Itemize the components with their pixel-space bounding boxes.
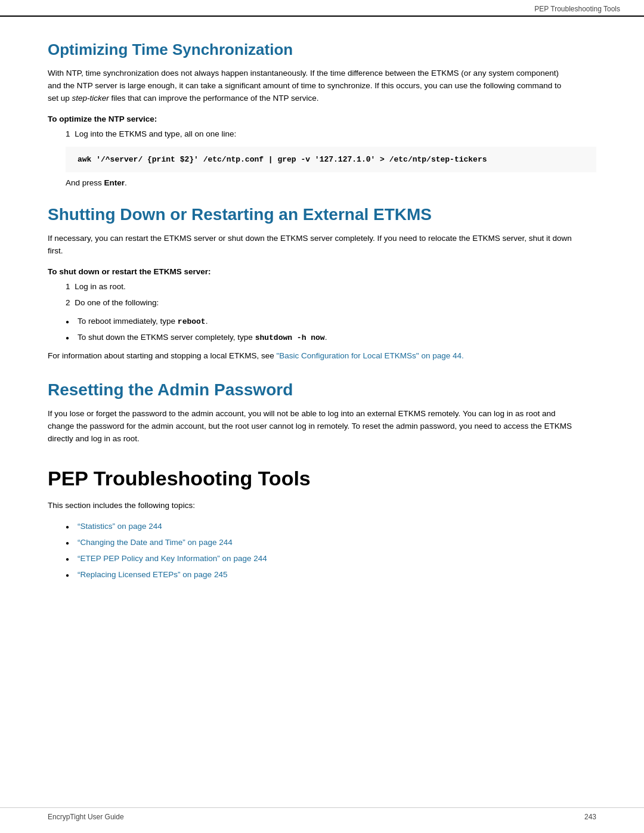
shutting-link-paragraph: For information about starting and stopp… <box>48 350 572 363</box>
optimizing-body: With NTP, time synchronization does not … <box>48 67 572 105</box>
section-title-optimizing: Optimizing Time Synchronization <box>48 41 596 59</box>
optimizing-steps: Log into the ETKMS and type, all on one … <box>66 128 596 141</box>
date-time-link[interactable]: “Changing the Date and Time” on page 244 <box>78 538 233 547</box>
replacing-link[interactable]: “Replacing Licensed ETEPs” on page 245 <box>78 570 227 579</box>
header-label: PEP Troubleshooting Tools <box>534 5 620 13</box>
step-item: Do one of the following: <box>66 297 596 309</box>
section-title-shutting: Shutting Down or Restarting an External … <box>48 205 596 224</box>
pep-link-item-replacing: “Replacing Licensed ETEPs” on page 245 <box>78 569 596 581</box>
footer-right: 243 <box>584 813 596 821</box>
basic-config-link[interactable]: "Basic Configuration for Local ETKMSs" o… <box>276 351 463 360</box>
shutdown-code: shutdown -h now <box>255 333 325 342</box>
page-content: Optimizing Time Synchronization With NTP… <box>0 17 644 623</box>
resetting-body: If you lose or forget the password to th… <box>48 408 572 445</box>
pep-intro: This section includes the following topi… <box>48 500 572 512</box>
page-header: PEP Troubleshooting Tools <box>0 0 644 17</box>
optimizing-procedure-heading: To optimize the NTP service: <box>48 114 596 123</box>
code-block-ntp: awk '/^server/ {print $2}' /etc/ntp.conf… <box>66 147 596 173</box>
italic-step-ticker: step-ticker <box>72 94 109 103</box>
pep-links-list: “Statistics” on page 244 “Changing the D… <box>78 521 596 581</box>
pep-link-item-statistics: “Statistics” on page 244 <box>78 521 596 533</box>
shutting-bullets: To reboot immediately, type reboot. To s… <box>78 315 596 344</box>
section-title-resetting: Resetting the Admin Password <box>48 380 596 400</box>
section-title-pep: PEP Troubleshooting Tools <box>48 467 596 490</box>
pep-link-item-policy: “ETEP PEP Policy and Key Information” on… <box>78 553 596 565</box>
bullet-item-shutdown: To shut down the ETKMS server completely… <box>78 332 596 344</box>
after-code-text: And press Enter. <box>66 178 596 187</box>
step-item: Log in as root. <box>66 281 596 293</box>
shutting-procedure-heading: To shut down or restart the ETKMS server… <box>48 267 596 276</box>
step-item: Log into the ETKMS and type, all on one … <box>66 128 596 141</box>
pep-link-item-date: “Changing the Date and Time” on page 244 <box>78 537 596 549</box>
reboot-code: reboot <box>178 317 206 326</box>
footer-left: EncrypTight User Guide <box>48 813 124 821</box>
shutting-steps: Log in as root. Do one of the following: <box>66 281 596 309</box>
policy-key-link[interactable]: “ETEP PEP Policy and Key Information” on… <box>78 554 267 563</box>
page-footer: EncrypTight User Guide 243 <box>0 807 644 821</box>
statistics-link[interactable]: “Statistics” on page 244 <box>78 522 162 531</box>
shutting-body: If necessary, you can restart the ETKMS … <box>48 233 572 258</box>
enter-bold: Enter <box>104 178 125 187</box>
bullet-item-reboot: To reboot immediately, type reboot. <box>78 315 596 328</box>
